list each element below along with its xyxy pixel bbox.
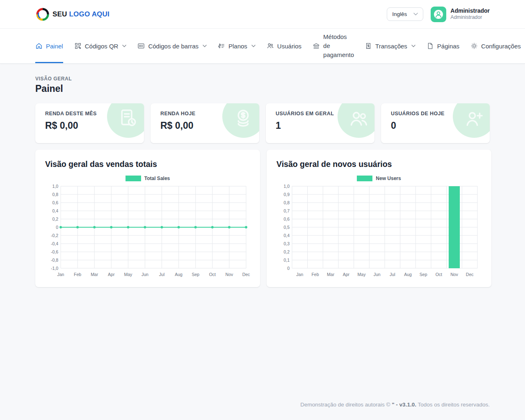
legend-swatch — [126, 176, 141, 181]
stat-label: RENDA HOJE — [160, 111, 249, 116]
stats-row: RENDA DESTE MÊS R$ 0,00 RENDA HOJE R$ 0,… — [35, 103, 490, 143]
language-select[interactable]: Inglês — [387, 7, 423, 21]
nav-item-label: Páginas — [437, 43, 459, 50]
barcode-icon — [137, 42, 145, 50]
total-sales-chart-card: Visão geral das vendas totais Total Sale… — [35, 150, 260, 287]
page-header: VISÃO GERAL Painel — [35, 64, 490, 94]
top-header: SEU LOGO AQUI Inglês — [0, 0, 525, 29]
stat-value: 0 — [391, 120, 480, 131]
svg-text:May: May — [358, 272, 366, 277]
svg-text:Jun: Jun — [374, 272, 381, 277]
logo-text: SEU LOGO AQUI — [52, 10, 110, 18]
svg-text:0,4: 0,4 — [283, 233, 290, 238]
stat-card-renda-hoje: RENDA HOJE R$ 0,00 — [151, 103, 259, 143]
nav-item-usuarios[interactable]: Usuários — [267, 29, 301, 63]
svg-text:0,2: 0,2 — [52, 217, 58, 221]
svg-text:Aug: Aug — [404, 272, 412, 277]
legend-label: Total Sales — [144, 176, 170, 181]
chevron-down-icon — [203, 45, 207, 47]
settings-icon — [470, 42, 478, 50]
nav-item-paginas[interactable]: Páginas — [427, 29, 459, 63]
pages-icon — [427, 42, 434, 50]
svg-text:Apr: Apr — [108, 272, 115, 277]
svg-text:Oct: Oct — [436, 272, 442, 277]
svg-text:-0,6: -0,6 — [51, 249, 58, 254]
svg-text:Dec: Dec — [466, 272, 474, 277]
chart-legend: New Users — [276, 176, 482, 181]
avatar — [431, 7, 446, 22]
svg-text:1,0: 1,0 — [283, 184, 290, 189]
nav-item-codigos-de-barras[interactable]: Códigos de barras — [137, 29, 207, 63]
svg-text:0,2: 0,2 — [283, 249, 290, 254]
svg-text:0,7: 0,7 — [283, 208, 290, 213]
stat-value: R$ 0,00 — [45, 120, 134, 131]
svg-text:May: May — [124, 272, 132, 277]
page-title: Painel — [35, 83, 490, 94]
chart-legend: Total Sales — [45, 176, 250, 181]
logo-icon — [35, 7, 50, 22]
home-icon — [35, 42, 43, 50]
svg-text:Aug: Aug — [175, 272, 183, 277]
svg-text:Nov: Nov — [226, 272, 233, 277]
charts-row: Visão geral das vendas totais Total Sale… — [35, 150, 490, 287]
chevron-down-icon — [122, 45, 126, 47]
nav-item-label: Transações — [375, 43, 407, 50]
nav-item-codigos-qr[interactable]: Códigos QR — [74, 29, 127, 63]
nav-item-label: Métodos de pagamento — [323, 32, 354, 59]
nav-item-label: Códigos de barras — [148, 43, 199, 50]
stat-card-usuarios-em-geral: USUÁRIOS EM GERAL 1 — [266, 103, 374, 143]
nav-item-label: Planos — [228, 43, 247, 50]
svg-text:Oct: Oct — [209, 272, 216, 277]
chevron-down-icon — [251, 45, 256, 47]
svg-text:Mar: Mar — [91, 272, 98, 277]
svg-text:-0,4: -0,4 — [51, 241, 58, 246]
stat-card-usuarios-de-hoje: USUÁRIOS DE HOJE 0 — [381, 103, 490, 143]
new-users-chart: 00,10,20,30,40,50,60,70,80,91,0JanFebMar… — [276, 183, 482, 280]
nav-item-planos[interactable]: Planos — [218, 29, 256, 63]
plans-icon — [218, 42, 225, 50]
nav-item-configuracoes[interactable]: Configurações — [470, 29, 525, 63]
nav-item-painel[interactable]: Painel — [35, 29, 63, 63]
app-logo[interactable]: SEU LOGO AQUI — [35, 7, 110, 22]
copyright-text: Demonstração de direitos autorais © " - … — [35, 402, 490, 408]
svg-text:Mar: Mar — [327, 272, 335, 277]
nav-item-transacoes[interactable]: Transações — [365, 29, 415, 63]
nav-item-label: Configurações — [481, 43, 521, 50]
nav-item-label: Usuários — [277, 43, 301, 50]
svg-text:Sep: Sep — [192, 272, 199, 277]
svg-text:0,3: 0,3 — [283, 241, 290, 246]
stat-card-renda-deste-mes: RENDA DESTE MÊS R$ 0,00 — [35, 103, 144, 143]
svg-text:0: 0 — [287, 266, 290, 271]
svg-text:1,0: 1,0 — [52, 184, 58, 189]
chevron-down-icon — [413, 13, 418, 16]
user-name: Administrador — [450, 7, 490, 15]
transactions-icon — [365, 42, 372, 50]
new-users-chart-card: Visão geral de novos usuários New Users … — [267, 150, 491, 287]
page-eyebrow: VISÃO GERAL — [35, 76, 490, 82]
user-role: Administrador — [450, 14, 490, 21]
svg-text:Jan: Jan — [57, 272, 64, 277]
svg-text:-1,0: -1,0 — [51, 266, 58, 271]
svg-text:0,8: 0,8 — [52, 192, 58, 197]
users-icon — [267, 42, 274, 50]
svg-text:Apr: Apr — [343, 272, 350, 277]
svg-text:Feb: Feb — [311, 272, 319, 277]
footer: Demonstração de direitos autorais © " - … — [0, 394, 525, 420]
user-menu[interactable]: Administrador Administrador — [431, 7, 490, 22]
svg-text:0,8: 0,8 — [283, 200, 290, 205]
svg-text:Jul: Jul — [159, 272, 164, 277]
svg-text:Dec: Dec — [242, 272, 250, 277]
svg-text:-0,2: -0,2 — [51, 233, 58, 238]
total-sales-chart: -1,0-0,8-0,6-0,4-0,200,20,40,60,81,0JanF… — [45, 183, 250, 280]
legend-label: New Users — [376, 176, 401, 181]
svg-text:Jan: Jan — [296, 272, 303, 277]
svg-text:0,6: 0,6 — [52, 200, 58, 205]
nav-item-metodos-de-pagamento[interactable]: Métodos de pagamento — [313, 29, 354, 63]
svg-text:Sep: Sep — [420, 272, 427, 277]
chart-title: Visão geral de novos usuários — [276, 160, 482, 169]
nav-item-label: Painel — [46, 43, 63, 50]
stat-value: R$ 0,00 — [160, 120, 249, 131]
svg-text:Feb: Feb — [74, 272, 81, 277]
svg-text:Nov: Nov — [450, 272, 458, 277]
svg-text:0,1: 0,1 — [283, 258, 290, 262]
